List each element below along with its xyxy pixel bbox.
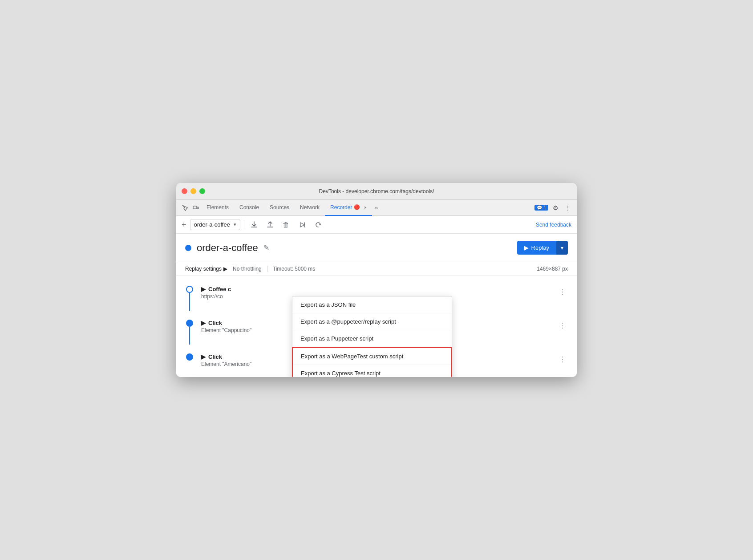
dimension-value: 1469×887 px (537, 266, 568, 272)
step-more-button[interactable]: ⋮ (557, 286, 568, 298)
step-timeline-3 (185, 353, 194, 361)
svg-marker-2 (300, 223, 304, 227)
recording-status-dot (185, 245, 191, 251)
svg-rect-0 (193, 206, 197, 209)
tab-console[interactable]: Console (234, 200, 264, 216)
step-line-2 (189, 327, 190, 345)
traffic-lights (182, 188, 205, 194)
tab-close-icon[interactable]: × (364, 205, 366, 210)
devtools-right-icons: 💬 1 ⚙ ⋮ (534, 203, 573, 213)
close-button[interactable] (182, 188, 187, 194)
step-timeline-2 (185, 320, 194, 345)
export-dropdown: Export as a JSON file Export as a @puppe… (292, 296, 452, 377)
notifications-badge[interactable]: 💬 1 (534, 205, 548, 211)
replay-settings-label[interactable]: Replay settings ▶ (185, 266, 227, 272)
step-circle-nav (186, 286, 193, 293)
recording-selector[interactable]: order-a-coffee ▾ (190, 219, 240, 230)
toolbar-separator (244, 220, 244, 229)
step-circle-click1 (186, 320, 193, 327)
minimize-button[interactable] (190, 188, 196, 194)
send-feedback-link[interactable]: Send feedback (536, 222, 571, 228)
settings-icon[interactable]: ⚙ (550, 203, 561, 213)
title-bar: DevTools - developer.chrome.com/tags/dev… (176, 183, 577, 200)
edit-name-icon[interactable]: ✎ (263, 243, 269, 252)
dropdown-chevron-icon: ▾ (234, 222, 236, 227)
recorder-main: order-a-coffee ✎ ▶ Replay ▾ Replay setti… (176, 234, 577, 377)
export-webpagetest-item[interactable]: Export as a WebPageTest custom script (293, 348, 451, 365)
replay-settings-row: Replay settings ▶ No throttling Timeout:… (176, 262, 577, 276)
export-json-item[interactable]: Export as a JSON file (292, 296, 452, 313)
tab-sources[interactable]: Sources (264, 200, 295, 216)
add-recording-button[interactable]: + (182, 221, 186, 229)
recorder-toolbar: + order-a-coffee ▾ 🗑 (176, 216, 577, 234)
export-button[interactable] (248, 219, 260, 231)
tab-elements[interactable]: Elements (201, 200, 234, 216)
step-title-nav: ▶ Coffee c (201, 286, 557, 292)
step-more-button-3[interactable]: ⋮ (557, 353, 568, 365)
svg-rect-1 (197, 207, 198, 209)
timeout-value: Timeout: 5000 ms (273, 266, 316, 272)
settings-separator (267, 266, 267, 272)
step-timeline (185, 286, 194, 311)
more-options-icon[interactable]: ⋮ (563, 203, 573, 213)
inspect-icon[interactable] (180, 203, 190, 213)
throttle-value: No throttling (233, 266, 262, 272)
replay-button-group: ▶ Replay ▾ (517, 241, 568, 255)
export-plugin-group: Export as a WebPageTest custom script Ex… (292, 347, 452, 377)
tab-recorder[interactable]: Recorder 🔴 × (325, 200, 372, 216)
window-title: DevTools - developer.chrome.com/tags/dev… (319, 188, 434, 195)
play-icon: ▶ (524, 244, 529, 251)
import-button[interactable] (264, 219, 276, 231)
step-more-button-2[interactable]: ⋮ (557, 320, 568, 332)
recording-header: order-a-coffee ✎ ▶ Replay ▾ (176, 234, 577, 262)
recorder-dot-icon: 🔴 (354, 204, 360, 210)
devtools-window: DevTools - developer.chrome.com/tags/dev… (176, 183, 577, 377)
delete-button[interactable]: 🗑 (280, 219, 292, 231)
step-expand-icon-3[interactable]: ▶ (201, 353, 206, 360)
replay-dropdown-button[interactable]: ▾ (556, 241, 568, 255)
step-circle-click2 (186, 353, 193, 361)
step-expand-icon[interactable]: ▶ (201, 286, 206, 292)
export-puppeteer-item[interactable]: Export as a Puppeteer script (292, 330, 452, 347)
more-tabs-button[interactable]: » (372, 204, 381, 211)
svg-marker-4 (319, 223, 320, 225)
export-puppeteer-replay-item[interactable]: Export as a @puppeteer/replay script (292, 313, 452, 330)
device-icon[interactable] (190, 203, 201, 213)
maximize-button[interactable] (199, 188, 205, 194)
replay-button[interactable]: ▶ Replay (517, 241, 556, 255)
export-cypress-item[interactable]: Export as a Cypress Test script (293, 365, 451, 377)
step-line (189, 293, 190, 311)
devtools-tabs-bar: Elements Console Sources Network Recorde… (176, 200, 577, 216)
recording-name-label: order-a-coffee (197, 242, 258, 254)
step-over-button[interactable] (296, 219, 308, 231)
replay-all-button[interactable] (312, 219, 324, 231)
step-expand-icon-2[interactable]: ▶ (201, 320, 206, 326)
tab-network[interactable]: Network (295, 200, 325, 216)
